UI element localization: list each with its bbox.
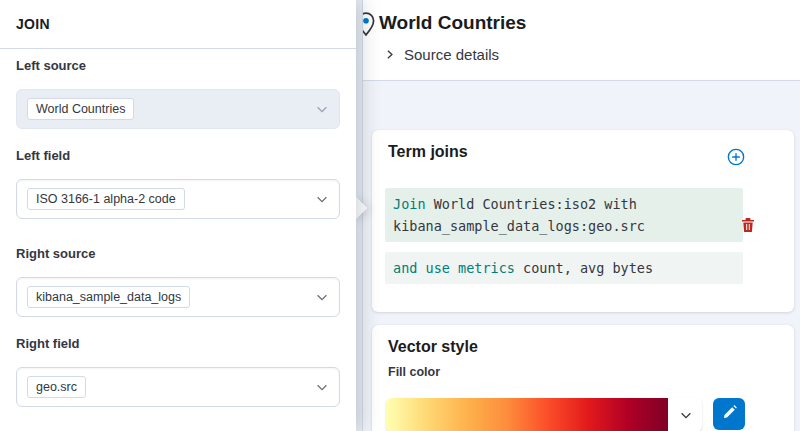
right-field-label: Right field xyxy=(16,336,340,351)
add-join-button[interactable] xyxy=(726,148,746,168)
left-field-row: Left field ISO 3166-1 alpha-2 code xyxy=(16,148,340,219)
pencil-icon xyxy=(722,405,737,423)
metrics-body-text: count, avg bytes xyxy=(523,260,653,276)
left-source-label: Left source xyxy=(16,58,340,73)
join-expression: Join World Countries:iso2 with kibana_sa… xyxy=(385,188,743,284)
metrics-keyword: and use metrics xyxy=(393,260,515,276)
delete-join-button[interactable] xyxy=(738,216,758,236)
source-details-accordion[interactable]: Source details xyxy=(383,46,499,63)
left-source-select[interactable]: World Countries xyxy=(16,89,340,129)
selected-value-badge: kibana_sample_data_logs xyxy=(27,286,190,308)
plus-in-circle-icon xyxy=(727,148,745,169)
vector-style-title: Vector style xyxy=(388,338,478,356)
layer-panel-header: World Countries Source details xyxy=(363,0,800,81)
join-expression-line: Join World Countries:iso2 with kibana_sa… xyxy=(385,188,743,242)
divider xyxy=(0,48,356,49)
join-popover-title: JOIN xyxy=(16,16,50,32)
trash-icon xyxy=(740,217,756,236)
join-keyword: Join xyxy=(393,196,426,212)
left-field-select[interactable]: ISO 3166-1 alpha-2 code xyxy=(16,179,340,219)
vector-style-card: Vector style Fill color xyxy=(372,325,794,431)
chevron-down-icon xyxy=(315,102,329,116)
chevron-down-icon xyxy=(679,408,693,422)
color-ramp-gradient xyxy=(386,398,668,431)
selected-value-badge: World Countries xyxy=(27,98,134,120)
metrics-expression-line: and use metrics count, avg bytes xyxy=(385,252,743,284)
right-source-select[interactable]: kibana_sample_data_logs xyxy=(16,277,340,317)
selected-value-badge: ISO 3166-1 alpha-2 code xyxy=(27,188,185,210)
join-body-text: World Countries:iso2 with kibana_sample_… xyxy=(393,196,645,234)
selected-value-badge: geo.src xyxy=(27,376,86,398)
join-popover: JOIN Left source World Countries Left fi… xyxy=(0,0,356,431)
layer-panel-body: Term joins Join World Countries:iso2 wit… xyxy=(363,81,800,431)
term-joins-title: Term joins xyxy=(388,143,468,161)
source-details-label: Source details xyxy=(404,46,499,63)
edit-fill-color-button[interactable] xyxy=(713,398,745,430)
right-field-row: Right field geo.src xyxy=(16,336,340,407)
layer-settings-panel: World Countries Source details Term join… xyxy=(362,0,800,431)
chevron-down-icon xyxy=(315,290,329,304)
term-joins-card: Term joins Join World Countries:iso2 wit… xyxy=(372,130,794,312)
layer-icon xyxy=(363,10,379,38)
chevron-right-icon xyxy=(383,48,396,61)
fill-color-label: Fill color xyxy=(388,365,440,379)
chevron-down-icon xyxy=(315,380,329,394)
left-field-label: Left field xyxy=(16,148,340,163)
right-source-row: Right source kibana_sample_data_logs xyxy=(16,246,340,317)
chevron-down-icon xyxy=(315,192,329,206)
color-ramp-select[interactable] xyxy=(386,398,702,431)
page-title: World Countries xyxy=(379,12,526,34)
right-source-label: Right source xyxy=(16,246,340,261)
left-source-row: Left source World Countries xyxy=(16,58,340,129)
right-field-select[interactable]: geo.src xyxy=(16,367,340,407)
